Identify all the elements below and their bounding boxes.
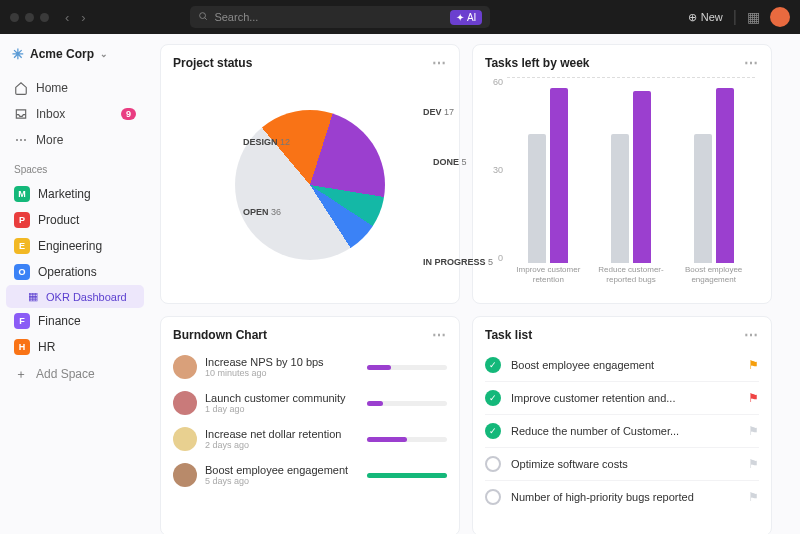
avatar: [173, 463, 197, 487]
check-open-icon[interactable]: [485, 456, 501, 472]
space-label: Finance: [38, 314, 81, 328]
flag-icon[interactable]: ⚑: [748, 424, 759, 438]
svg-point-0: [200, 13, 206, 19]
space-item-product[interactable]: PProduct: [6, 207, 144, 233]
space-label: Marketing: [38, 187, 91, 201]
flag-icon[interactable]: ⚑: [748, 358, 759, 372]
space-icon: F: [14, 313, 30, 329]
bar-category-label: Reduce customer-reported bugs: [596, 265, 666, 293]
topbar: ‹ › Search... ✦ AI ⊕ New | ▦: [0, 0, 800, 34]
burndown-time: 1 day ago: [205, 404, 359, 414]
burndown-time: 10 minutes ago: [205, 368, 359, 378]
space-item-operations[interactable]: OOperations: [6, 259, 144, 285]
space-item-engineering[interactable]: EEngineering: [6, 233, 144, 259]
search-icon: [198, 11, 208, 23]
space-label: Product: [38, 213, 79, 227]
bar-group: [528, 88, 568, 263]
progress-bar: [367, 401, 447, 406]
workspace-icon: ✳: [12, 46, 24, 62]
burndown-item[interactable]: Launch customer community1 day ago: [173, 385, 447, 421]
space-item-marketing[interactable]: MMarketing: [6, 181, 144, 207]
inbox-icon: [14, 107, 28, 121]
task-title: Improve customer retention and...: [511, 392, 675, 404]
search-placeholder: Search...: [214, 11, 258, 23]
burndown-title: Launch customer community: [205, 392, 359, 404]
nav-more[interactable]: ⋯ More: [6, 128, 144, 152]
search-input[interactable]: Search... ✦ AI: [190, 6, 490, 28]
progress-bar: [367, 437, 447, 442]
task-title: Reduce the number of Customer...: [511, 425, 679, 437]
nav-inbox[interactable]: Inbox 9: [6, 102, 144, 126]
chevron-down-icon: ⌄: [100, 49, 108, 59]
window-controls[interactable]: [10, 13, 49, 22]
check-done-icon[interactable]: ✓: [485, 390, 501, 406]
space-label: Operations: [38, 265, 97, 279]
task-item[interactable]: ✓Improve customer retention and...⚑: [485, 381, 759, 414]
main: Project status ⋯ DESIGN 12DEV 17DONE 5IN…: [150, 34, 800, 534]
bar-category-label: Boost employee engagement: [679, 265, 749, 293]
project-status-card: Project status ⋯ DESIGN 12DEV 17DONE 5IN…: [160, 44, 460, 304]
task-item[interactable]: ✓Boost employee engagement⚑: [485, 349, 759, 381]
card-title: Task list: [485, 328, 532, 342]
tasklist-card: Task list ⋯ ✓Boost employee engagement⚑✓…: [472, 316, 772, 534]
burndown-time: 5 days ago: [205, 476, 359, 486]
svg-line-1: [205, 18, 207, 20]
burndown-item[interactable]: Boost employee engagement5 days ago: [173, 457, 447, 493]
space-icon: O: [14, 264, 30, 280]
sidebar-okr-dashboard[interactable]: ▦OKR Dashboard: [6, 285, 144, 308]
inbox-badge: 9: [121, 108, 136, 120]
space-icon: E: [14, 238, 30, 254]
burndown-card: Burndown Chart ⋯ Increase NPS by 10 bps1…: [160, 316, 460, 534]
space-item-finance[interactable]: FFinance: [6, 308, 144, 334]
check-open-icon[interactable]: [485, 489, 501, 505]
card-title: Tasks left by week: [485, 56, 590, 70]
pie-label: DEV 17: [423, 107, 454, 117]
task-item[interactable]: Optimize software costs⚑: [485, 447, 759, 480]
pie-label: IN PROGRESS 5: [423, 257, 493, 267]
task-title: Number of high-priority bugs reported: [511, 491, 694, 503]
sidebar: ✳ Acme Corp ⌄ Home Inbox 9 ⋯ More Spaces…: [0, 34, 150, 534]
flag-icon[interactable]: ⚑: [748, 457, 759, 471]
space-icon: M: [14, 186, 30, 202]
card-menu-button[interactable]: ⋯: [432, 55, 447, 71]
burndown-item[interactable]: Increase net dollar retention2 days ago: [173, 421, 447, 457]
space-label: Engineering: [38, 239, 102, 253]
burndown-title: Increase net dollar retention: [205, 428, 359, 440]
user-avatar[interactable]: [770, 7, 790, 27]
new-button[interactable]: ⊕ New: [688, 11, 723, 24]
progress-bar: [367, 473, 447, 478]
check-done-icon[interactable]: ✓: [485, 357, 501, 373]
task-item[interactable]: Number of high-priority bugs reported⚑: [485, 480, 759, 513]
bar-chart: 60300 Improve customer retentionReduce c…: [485, 77, 759, 293]
add-space-button[interactable]: ＋ Add Space: [6, 362, 144, 386]
check-done-icon[interactable]: ✓: [485, 423, 501, 439]
apps-grid-icon[interactable]: ▦: [747, 9, 760, 25]
space-label: HR: [38, 340, 55, 354]
ai-button[interactable]: ✦ AI: [450, 10, 482, 25]
card-title: Project status: [173, 56, 252, 70]
nav-home[interactable]: Home: [6, 76, 144, 100]
tasks-left-card: Tasks left by week ⋯ 60300 Improve custo…: [472, 44, 772, 304]
more-icon: ⋯: [14, 133, 28, 147]
avatar: [173, 427, 197, 451]
progress-bar: [367, 365, 447, 370]
task-item[interactable]: ✓Reduce the number of Customer...⚑: [485, 414, 759, 447]
back-button[interactable]: ‹: [63, 10, 71, 25]
bar-group: [694, 88, 734, 263]
burndown-title: Increase NPS by 10 bps: [205, 356, 359, 368]
spaces-label: Spaces: [6, 154, 144, 179]
workspace-switcher[interactable]: ✳ Acme Corp ⌄: [6, 42, 144, 66]
task-title: Boost employee engagement: [511, 359, 654, 371]
card-menu-button[interactable]: ⋯: [432, 327, 447, 343]
card-menu-button[interactable]: ⋯: [744, 327, 759, 343]
bar-category-label: Improve customer retention: [513, 265, 583, 293]
flag-icon[interactable]: ⚑: [748, 490, 759, 504]
card-title: Burndown Chart: [173, 328, 267, 342]
pie-label: DONE 5: [433, 157, 467, 167]
space-item-hr[interactable]: HHR: [6, 334, 144, 360]
forward-button[interactable]: ›: [79, 10, 87, 25]
pie-chart: DESIGN 12DEV 17DONE 5IN PROGRESS 5OPEN 3…: [173, 77, 447, 293]
burndown-item[interactable]: Increase NPS by 10 bps10 minutes ago: [173, 349, 447, 385]
card-menu-button[interactable]: ⋯: [744, 55, 759, 71]
flag-icon[interactable]: ⚑: [748, 391, 759, 405]
